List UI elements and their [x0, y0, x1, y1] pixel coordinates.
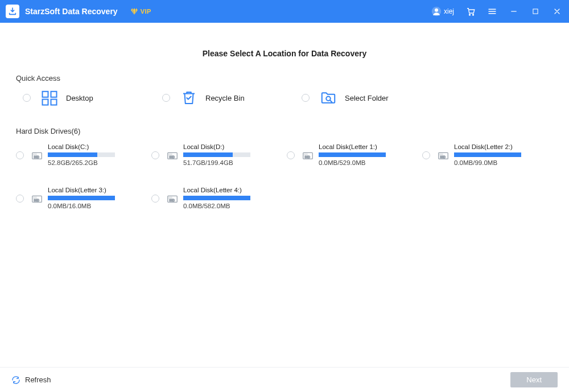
radio-drive[interactable] — [287, 151, 295, 159]
quick-access-row: Desktop Recycle Bin Select Folder — [16, 88, 553, 108]
drive-item[interactable]: SSD Local Disk(Letter 4:) 0.0MB/582.0MB — [151, 187, 282, 209]
svg-text:SSD: SSD — [440, 156, 446, 159]
desktop-icon — [40, 88, 59, 108]
svg-rect-4 — [533, 9, 538, 14]
drive-item[interactable]: SSD Local Disk(C:) 52.8GB/265.2GB — [16, 143, 147, 166]
app-logo — [6, 5, 19, 18]
drive-size: 0.0MB/582.0MB — [183, 203, 250, 209]
vip-label: VIP — [141, 8, 151, 15]
ssd-icon: SSD — [31, 149, 43, 164]
footer: Refresh Next — [0, 367, 569, 392]
svg-text:SSD: SSD — [34, 156, 40, 159]
cart-icon — [465, 6, 476, 16]
diamond-icon — [130, 7, 138, 15]
maximize-icon — [531, 7, 539, 15]
radio-drive[interactable] — [151, 151, 159, 159]
user-account[interactable]: xiej — [431, 6, 454, 16]
usage-bar — [48, 196, 115, 200]
avatar-icon — [431, 6, 442, 16]
svg-text:SSD: SSD — [170, 199, 175, 202]
quick-access-label: Quick Access — [16, 74, 553, 82]
drive-name: Local Disk(D:) — [183, 143, 250, 150]
close-icon — [552, 7, 562, 16]
drive-name: Local Disk(Letter 3:) — [48, 187, 115, 193]
drive-size: 52.8GB/265.2GB — [48, 159, 115, 166]
svg-rect-7 — [43, 100, 48, 105]
drive-info: Local Disk(Letter 2:) 0.0MB/99.0MB — [454, 143, 521, 166]
usage-fill — [454, 152, 521, 157]
svg-rect-5 — [43, 92, 48, 97]
svg-point-1 — [435, 9, 438, 12]
svg-rect-17 — [304, 154, 308, 155]
drive-size: 0.0MB/99.0MB — [454, 159, 521, 166]
svg-rect-6 — [51, 92, 57, 97]
drive-name: Local Disk(Letter 2:) — [454, 143, 521, 150]
ssd-icon: SSD — [302, 149, 314, 164]
drive-name: Local Disk(Letter 1:) — [319, 143, 386, 150]
radio-drive[interactable] — [16, 151, 24, 159]
select-folder-icon — [319, 88, 338, 108]
svg-rect-26 — [169, 197, 172, 199]
drive-size: 0.0MB/529.0MB — [319, 159, 386, 166]
recycle-bin-label: Recycle Bin — [205, 94, 245, 102]
usage-fill — [319, 152, 386, 157]
desktop-label: Desktop — [66, 94, 93, 102]
radio-drive[interactable] — [422, 151, 430, 159]
usage-fill — [183, 152, 233, 157]
drive-info: Local Disk(Letter 3:) 0.0MB/16.0MB — [48, 187, 115, 209]
hamburger-icon — [487, 6, 497, 16]
quick-access-desktop[interactable]: Desktop — [23, 88, 162, 108]
svg-rect-20 — [440, 154, 443, 155]
hard-disk-label: Hard Disk Drives(6) — [16, 127, 553, 135]
titlebar-controls: xiej — [431, 6, 562, 16]
close-button[interactable] — [552, 6, 562, 16]
svg-rect-23 — [34, 197, 37, 199]
ssd-icon: SSD — [31, 192, 43, 207]
minimize-icon — [509, 7, 518, 16]
drive-item[interactable]: SSD Local Disk(Letter 2:) 0.0MB/99.0MB — [422, 143, 553, 166]
next-button[interactable]: Next — [510, 372, 558, 387]
drive-size: 51.7GB/199.4GB — [183, 159, 250, 166]
svg-rect-14 — [169, 154, 172, 155]
menu-button[interactable] — [487, 6, 497, 16]
refresh-label: Refresh — [25, 376, 51, 384]
drive-item[interactable]: SSD Local Disk(D:) 51.7GB/199.4GB — [151, 143, 282, 166]
refresh-icon — [11, 376, 20, 385]
usage-fill — [183, 196, 250, 200]
drives-grid: SSD Local Disk(C:) 52.8GB/265.2GB SSD Lo… — [16, 143, 553, 209]
maximize-button[interactable] — [530, 6, 541, 16]
quick-access-select-folder[interactable]: Select Folder — [302, 88, 441, 108]
svg-rect-8 — [51, 100, 57, 105]
ssd-icon: SSD — [437, 149, 450, 164]
vip-badge: VIP — [130, 7, 151, 15]
drive-name: Local Disk(Letter 4:) — [183, 187, 250, 193]
radio-select-folder[interactable] — [302, 94, 310, 102]
svg-text:SSD: SSD — [305, 156, 311, 159]
drive-info: Local Disk(D:) 51.7GB/199.4GB — [183, 143, 250, 166]
svg-point-2 — [469, 14, 471, 15]
radio-recycle[interactable] — [162, 94, 170, 102]
usage-bar — [48, 152, 115, 157]
usage-bar — [454, 152, 521, 157]
radio-drive[interactable] — [151, 195, 159, 203]
cart-button[interactable] — [465, 6, 476, 16]
svg-rect-11 — [34, 154, 37, 155]
drive-item[interactable]: SSD Local Disk(Letter 1:) 0.0MB/529.0MB — [287, 143, 418, 166]
minimize-button[interactable] — [509, 6, 519, 16]
radio-desktop[interactable] — [23, 94, 31, 102]
usage-bar — [183, 152, 250, 157]
drive-info: Local Disk(Letter 4:) 0.0MB/582.0MB — [183, 187, 250, 209]
user-name: xiej — [444, 7, 454, 15]
ssd-icon: SSD — [166, 192, 179, 207]
drive-info: Local Disk(Letter 1:) 0.0MB/529.0MB — [319, 143, 386, 166]
drive-info: Local Disk(C:) 52.8GB/265.2GB — [48, 143, 115, 166]
quick-access-recycle-bin[interactable]: Recycle Bin — [162, 88, 302, 108]
usage-fill — [48, 152, 97, 157]
drive-item[interactable]: SSD Local Disk(Letter 3:) 0.0MB/16.0MB — [16, 187, 147, 209]
refresh-button[interactable]: Refresh — [11, 376, 51, 385]
usage-bar — [319, 152, 386, 157]
radio-drive[interactable] — [16, 195, 24, 203]
svg-point-3 — [473, 14, 474, 15]
svg-text:SSD: SSD — [34, 199, 40, 202]
select-folder-label: Select Folder — [345, 94, 389, 102]
